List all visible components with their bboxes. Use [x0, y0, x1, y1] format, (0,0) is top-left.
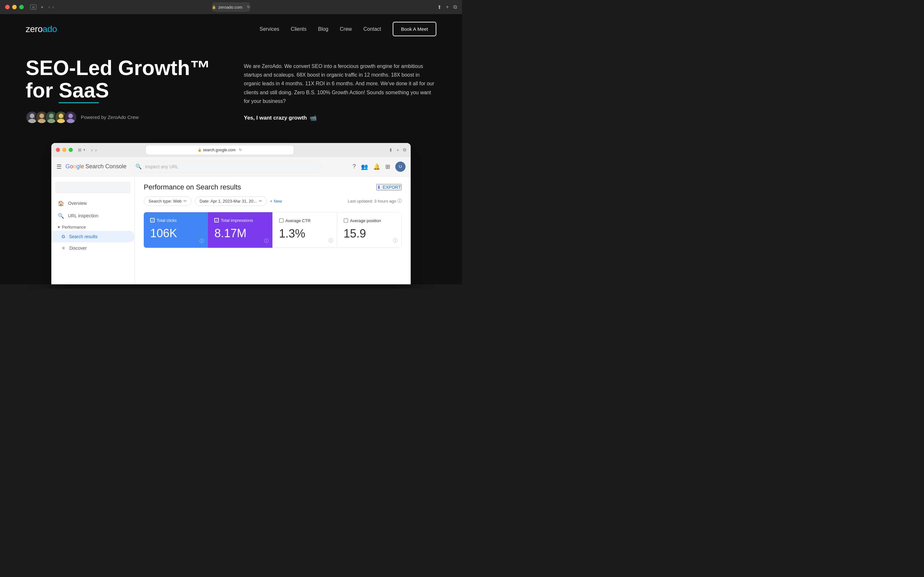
gsc-logo-group: Google Search Console: [65, 163, 126, 170]
gsc-filters: Search type: Web ✏ Date: Apr 1, 2023-Mar…: [144, 197, 402, 206]
book-meet-button[interactable]: Book A Meet: [393, 22, 436, 36]
google-logo: Google: [65, 163, 84, 170]
logo-zero: zero: [26, 24, 42, 34]
svg-point-3: [37, 119, 45, 124]
clicks-header: Total clicks: [150, 218, 202, 223]
bell-icon[interactable]: 🔔: [373, 163, 380, 170]
svg-point-9: [66, 119, 74, 124]
nav-services[interactable]: Services: [260, 26, 279, 32]
inner-reload-icon[interactable]: ↻: [239, 148, 242, 152]
svg-point-5: [47, 119, 55, 124]
outer-address-bar[interactable]: 🔒 zeroado.com ↻: [212, 2, 250, 12]
clicks-help-icon[interactable]: ⓘ: [200, 238, 204, 244]
gsc-header-icons: ? 👥 🔔 ⊞ U: [352, 161, 405, 172]
average-position-card[interactable]: Average position 15.9 ⓘ: [337, 212, 402, 248]
avatar-group: [26, 111, 77, 124]
inner-back-icon[interactable]: ‹: [91, 147, 93, 153]
property-selector[interactable]: [55, 182, 131, 193]
inner-browser-wrapper: ⊞ ▾ ‹ › 🔒 search.google.com ↻ ⬆ + ⧉: [0, 143, 462, 284]
inner-new-tab-icon[interactable]: +: [397, 147, 399, 153]
impressions-checkbox[interactable]: [214, 218, 219, 222]
inner-browser-chrome: ⊞ ▾ ‹ › 🔒 search.google.com ↻ ⬆ + ⧉: [51, 143, 411, 157]
site-logo[interactable]: zeroado: [26, 24, 57, 34]
sidebar-performance-section: ▾ Performance: [51, 222, 134, 231]
help-icon[interactable]: ?: [352, 163, 356, 170]
nav-clients[interactable]: Clients: [291, 26, 306, 32]
export-button[interactable]: ⬇ EXPORT: [376, 184, 402, 190]
hero-right: We are ZeroAdo. We convert SEO into a fe…: [244, 57, 436, 121]
total-impressions-card[interactable]: Total impressions 8.17M ⓘ: [208, 212, 272, 248]
inner-tab-grid-icon[interactable]: ⊞: [78, 147, 81, 152]
fullscreen-button[interactable]: [19, 5, 24, 9]
clicks-label: Total clicks: [157, 218, 177, 223]
hero-crew: Powered by ZeroAdo Crew: [26, 111, 218, 124]
svg-point-2: [39, 113, 44, 118]
gsc-search-bar[interactable]: 🔍 Inspect any URL: [130, 160, 323, 173]
back-icon[interactable]: ‹: [48, 4, 50, 10]
gsc-main-header: Performance on Search results ⬇ EXPORT: [144, 183, 402, 191]
add-filter-button[interactable]: + New: [270, 199, 282, 203]
inner-minimize-button[interactable]: [62, 148, 66, 152]
ctr-header: Average CTR: [279, 218, 330, 223]
last-updated-help-icon[interactable]: ⓘ: [397, 198, 402, 204]
cta-video-icon: 📹: [310, 114, 317, 121]
reload-icon[interactable]: ↻: [247, 5, 250, 9]
minimize-button[interactable]: [12, 5, 17, 9]
share-icon[interactable]: ⬆: [437, 4, 441, 10]
user-avatar[interactable]: U: [395, 161, 405, 172]
position-checkbox[interactable]: [344, 218, 348, 223]
outer-browser-chrome: ⊞ ▾ ‹ › 🔒 zeroado.com ↻ ⬆ + ⧉: [0, 0, 462, 14]
inner-fullscreen-button[interactable]: [69, 148, 73, 152]
ctr-help-icon[interactable]: ⓘ: [328, 238, 333, 243]
download-icon: ⬇: [377, 185, 381, 190]
sidebar-icon[interactable]: ⧉: [453, 4, 457, 10]
hamburger-menu-icon[interactable]: ☰: [57, 163, 61, 170]
search-icon: 🔍: [58, 213, 64, 219]
inner-traffic-lights: [56, 148, 73, 152]
logo-ado: ado: [42, 24, 57, 34]
ctr-checkbox[interactable]: [279, 218, 284, 223]
tab-grid-icon[interactable]: ⊞: [30, 5, 37, 10]
inner-forward-icon[interactable]: ›: [95, 147, 97, 153]
sidebar-item-overview[interactable]: 🏠 Overview: [51, 197, 134, 210]
gsc-metrics: Total clicks 106K ⓘ Total impressions: [144, 212, 402, 248]
sidebar-item-discover[interactable]: ✳ Discover: [51, 242, 134, 254]
tab-dropdown-icon[interactable]: ▾: [41, 5, 43, 10]
clicks-checkbox[interactable]: [150, 218, 155, 222]
last-updated-text: Last updated: 3 hours ago: [348, 199, 396, 203]
export-label: EXPORT: [383, 185, 401, 190]
position-help-icon[interactable]: ⓘ: [393, 238, 397, 243]
inner-close-button[interactable]: [56, 148, 60, 152]
nav-blog[interactable]: Blog: [318, 26, 328, 32]
search-type-filter[interactable]: Search type: Web ✏: [144, 197, 192, 206]
lock-icon: 🔒: [212, 5, 216, 9]
average-ctr-card[interactable]: Average CTR 1.3% ⓘ: [272, 212, 337, 248]
sidebar-discover-label: Discover: [69, 245, 87, 251]
cta-link[interactable]: Yes, I want crazy growth 📹: [244, 114, 436, 121]
sidebar-overview-label: Overview: [68, 201, 87, 206]
close-button[interactable]: [5, 5, 10, 9]
search-type-filter-label: Search type: Web: [149, 199, 182, 203]
plus-icon: +: [270, 199, 273, 203]
inner-address-bar[interactable]: 🔒 search.google.com ↻: [146, 145, 294, 155]
inner-tab-chevron-icon[interactable]: ▾: [83, 148, 86, 152]
inner-tab-controls: ⊞ ▾: [78, 147, 86, 152]
forward-icon[interactable]: ›: [52, 4, 53, 10]
nav-crew[interactable]: Crew: [340, 26, 352, 32]
sidebar-item-url-inspection[interactable]: 🔍 URL inspection: [51, 210, 134, 222]
new-tab-icon[interactable]: +: [446, 4, 449, 10]
inner-sidebar-icon[interactable]: ⧉: [403, 147, 406, 153]
gsc-logo-text: Search Console: [86, 163, 126, 170]
hero-title: SEO-Led Growth™ for SaaS: [26, 57, 218, 102]
sidebar-item-search-results[interactable]: G Search results: [51, 231, 134, 242]
nav-contact[interactable]: Contact: [363, 26, 381, 32]
apps-icon[interactable]: ⊞: [385, 163, 390, 170]
impressions-help-icon[interactable]: ⓘ: [264, 238, 268, 244]
impressions-value: 8.17M: [214, 227, 266, 240]
total-clicks-card[interactable]: Total clicks 106K ⓘ: [144, 212, 208, 248]
edit-icon: ✏: [184, 199, 187, 203]
inner-share-icon[interactable]: ⬆: [389, 147, 393, 153]
people-icon[interactable]: 👥: [361, 163, 368, 170]
nav-links: Services Clients Blog Crew Contact Book …: [260, 22, 436, 36]
date-filter[interactable]: Date: Apr 1, 2023-Mar 31, 20... ✏: [195, 197, 267, 206]
